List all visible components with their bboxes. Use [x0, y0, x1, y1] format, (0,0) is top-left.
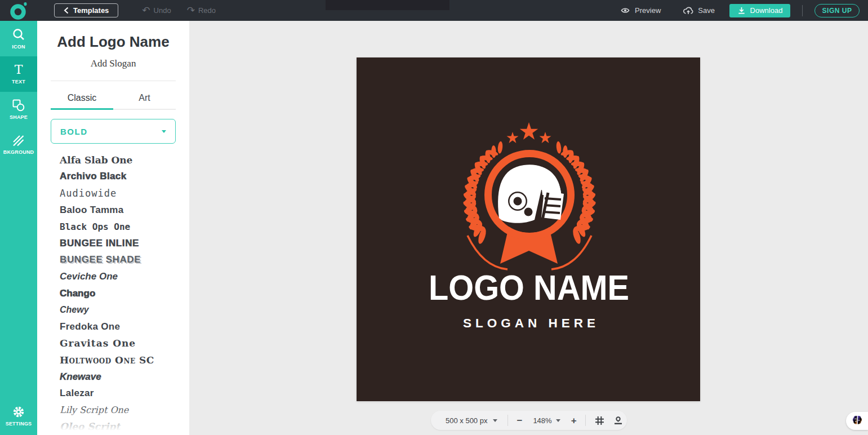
font-option[interactable]: Ceviche One — [37, 268, 189, 285]
font-option[interactable]: Lily Script One — [37, 402, 189, 419]
canvas-size-value: 500 x 500 px — [446, 416, 487, 425]
cloud-save-icon — [683, 6, 693, 15]
font-option[interactable]: Baloo Tamma — [37, 202, 189, 219]
font-option[interactable]: Knewave — [37, 369, 189, 385]
zoom-in-button[interactable]: + — [563, 416, 585, 425]
font-option[interactable]: Archivo Black — [37, 168, 189, 185]
chevron-left-icon — [64, 7, 69, 14]
zoom-level-value: 148% — [533, 416, 551, 425]
background-icon — [13, 135, 24, 147]
font-option[interactable]: Lalezar — [37, 385, 189, 402]
font-option[interactable]: Gravitas One — [37, 335, 189, 352]
font-option-label: BUNGEE SHADE — [60, 254, 141, 265]
sidebar-item-shape[interactable]: SHAPE — [0, 92, 37, 127]
font-option-label: Audiowide — [60, 188, 117, 199]
font-option-label: BUNGEE INLINE — [60, 238, 139, 249]
zoom-out-button[interactable]: − — [508, 416, 531, 425]
font-option[interactable]: Holtwood One SC — [37, 352, 189, 369]
sidebar-item-settings-label: SETTINGS — [6, 421, 32, 427]
font-option-label: Holtwood One SC — [60, 354, 154, 366]
font-option-label: Chango — [60, 288, 95, 299]
preview-label: Preview — [635, 6, 661, 15]
slogan-text[interactable]: SLOGAN HERE — [463, 316, 599, 330]
redo-icon: ↷ — [187, 6, 195, 15]
sidebar-item-background[interactable]: BKGROUND — [0, 127, 37, 163]
canvas-toolbar: 500 x 500 px − 148% + — [431, 411, 627, 430]
download-icon — [737, 6, 746, 15]
font-option[interactable]: Chewy — [37, 301, 189, 318]
star-icon — [507, 132, 519, 143]
sidebar-item-text[interactable]: T TEXT — [0, 56, 37, 92]
undo-button[interactable]: ↶ Undo — [142, 6, 171, 15]
star-icon — [520, 122, 538, 140]
logo-design[interactable]: LOGO NAME SLOGAN HERE — [357, 57, 700, 401]
panel-divider — [51, 81, 176, 81]
font-option-label: Ceviche One — [60, 271, 118, 282]
sidebar-item-shape-label: SHAPE — [10, 114, 28, 120]
app-root: Templates ↶ Undo ↷ Redo Preview — [0, 0, 868, 435]
font-option-label: Gravitas One — [60, 338, 136, 349]
sidebar-item-settings[interactable]: SETTINGS — [0, 400, 37, 432]
redo-button[interactable]: ↷ Redo — [187, 6, 216, 15]
sidebar-item-text-label: TEXT — [12, 79, 25, 85]
top-bar: Templates ↶ Undo ↷ Redo Preview — [0, 0, 868, 21]
chevron-down-icon — [162, 130, 166, 135]
zoom-level-dropdown[interactable]: 148% — [531, 416, 562, 425]
add-logo-name-button[interactable]: Add Logo Name — [37, 33, 189, 51]
header-divider — [802, 5, 803, 16]
sidebar-item-icon[interactable]: ICON — [0, 21, 37, 56]
font-option-label: Knewave — [60, 371, 101, 383]
font-option[interactable]: BUNGEE INLINE — [37, 235, 189, 252]
templates-button[interactable]: Templates — [54, 3, 118, 17]
position-icon[interactable] — [613, 416, 623, 425]
search-icon — [12, 28, 25, 41]
font-option[interactable]: Audiowide — [37, 185, 189, 202]
font-tabs: Classic Art — [51, 88, 176, 110]
tool-sidebar: ICON T TEXT SHAPE BKGROUND — [0, 21, 37, 435]
save-button[interactable]: Save — [683, 6, 715, 15]
save-label: Save — [698, 6, 715, 15]
shape-icon — [12, 99, 25, 112]
star-icon — [540, 132, 551, 143]
tab-art[interactable]: Art — [113, 88, 176, 109]
font-option-label: Fredoka One — [60, 321, 120, 332]
preview-button[interactable]: Preview — [620, 6, 661, 15]
gear-icon — [12, 406, 25, 418]
text-icon: T — [12, 64, 25, 76]
font-option-label: Alfa Slab One — [60, 154, 132, 166]
tab-classic[interactable]: Classic — [51, 88, 113, 109]
top-right-actions: Preview Save Download SIGN UP — [620, 4, 868, 17]
stars-icon — [507, 122, 551, 143]
add-slogan-button[interactable]: Add Slogan — [37, 58, 189, 69]
font-option-label: Lily Script One — [60, 405, 128, 415]
font-option-label: Archivo Black — [60, 171, 127, 182]
download-label: Download — [750, 6, 783, 15]
sidebar-item-icon-label: ICON — [12, 44, 25, 50]
undo-icon: ↶ — [142, 6, 150, 15]
grid-toggle-icon[interactable] — [595, 416, 604, 425]
svg-text:T: T — [15, 64, 23, 76]
design-workspace[interactable]: LOGO NAME SLOGAN HERE 500 x 500 px − 148… — [189, 21, 868, 435]
top-center-panel — [326, 0, 449, 10]
font-option[interactable]: Fredoka One — [37, 318, 189, 335]
font-option[interactable]: BUNGEE SHADE — [37, 252, 189, 269]
font-option[interactable]: Black Ops One — [37, 218, 189, 235]
text-panel: Add Logo Name Add Slogan Classic Art BOL… — [37, 21, 189, 435]
font-category-dropdown[interactable]: BOLD — [51, 119, 176, 144]
logo-canvas[interactable]: LOGO NAME SLOGAN HERE — [357, 57, 700, 401]
font-list: Alfa Slab OneArchivo BlackAudiowideBaloo… — [37, 152, 189, 435]
designevo-logo-icon[interactable] — [0, 1, 37, 20]
logo-name-text[interactable]: LOGO NAME — [429, 268, 629, 307]
font-option-label: Chewy — [60, 305, 89, 315]
font-option[interactable]: Oleo Script — [37, 419, 189, 435]
assistant-widget[interactable] — [846, 412, 868, 430]
signup-button[interactable]: SIGN UP — [814, 4, 860, 17]
canvas-size-dropdown[interactable]: 500 x 500 px — [431, 416, 508, 425]
chevron-down-icon — [493, 419, 497, 424]
templates-label: Templates — [73, 6, 109, 15]
chevron-down-icon — [556, 419, 560, 424]
download-button[interactable]: Download — [729, 4, 790, 17]
font-option[interactable]: Alfa Slab One — [37, 152, 189, 168]
font-option[interactable]: Chango — [37, 285, 189, 302]
sidebar-item-background-label: BKGROUND — [3, 149, 34, 155]
